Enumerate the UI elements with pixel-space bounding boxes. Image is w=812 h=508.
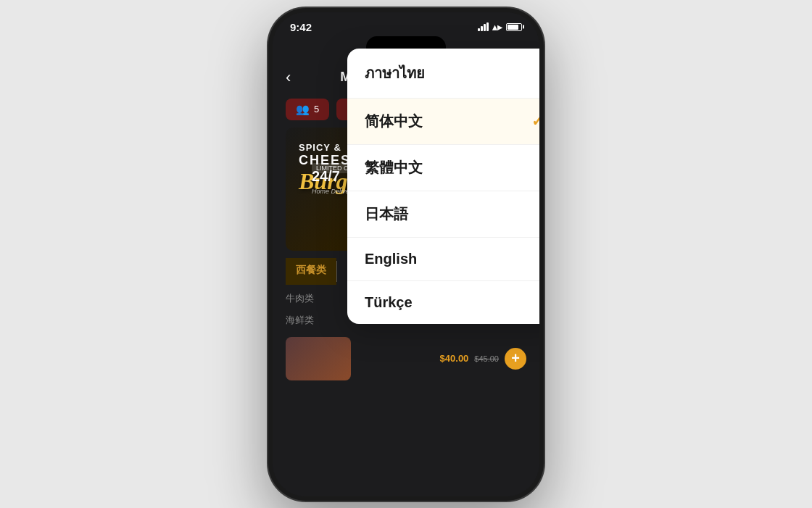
phone-inner: 9:42 ▴▸ ‹ My Shop xyxy=(273,12,539,496)
guests-count: 5 xyxy=(314,104,319,114)
lang-label-simplified-chinese: 简体中文 xyxy=(365,112,423,131)
back-button[interactable]: ‹ xyxy=(286,68,291,87)
guests-button[interactable]: 👥 5 xyxy=(286,99,329,120)
signal-icon xyxy=(478,22,489,31)
add-to-cart-button[interactable]: + xyxy=(505,348,526,370)
lang-item-turkish[interactable]: Türkçe xyxy=(347,281,539,324)
price-original: $45.00 xyxy=(474,354,499,363)
price-current: $40.00 xyxy=(440,353,469,364)
status-time: 9:42 xyxy=(290,21,312,33)
lang-item-thai[interactable]: ภาษาไทย xyxy=(347,49,539,99)
status-bar: 9:42 ▴▸ xyxy=(273,12,539,36)
screen-content: 9:42 ▴▸ ‹ My Shop xyxy=(273,12,539,496)
lang-item-traditional-chinese[interactable]: 繁體中文 xyxy=(347,145,539,191)
banner-time: 24/7 xyxy=(312,168,340,185)
lang-check-icon: ✓ xyxy=(531,112,539,130)
price-block: $40.00 $45.00 + xyxy=(440,348,526,370)
lang-label-thai: ภาษาไทย xyxy=(365,62,425,85)
food-image-1 xyxy=(286,337,351,380)
lang-label-english: English xyxy=(365,251,417,267)
status-icons: ▴▸ xyxy=(478,22,522,33)
lang-label-traditional-chinese: 繁體中文 xyxy=(365,158,423,178)
phone-wrapper: 9:42 ▴▸ ‹ My Shop xyxy=(268,8,544,501)
phone-frame: 9:42 ▴▸ ‹ My Shop xyxy=(268,8,544,501)
lang-label-turkish: Türkçe xyxy=(365,294,413,311)
lang-item-japanese[interactable]: 日本語 xyxy=(347,191,539,238)
food-row: $40.00 $45.00 + xyxy=(273,337,539,380)
battery-icon xyxy=(506,23,522,31)
guests-icon: 👥 xyxy=(296,103,310,116)
language-dropdown: ภาษาไทย 简体中文 ✓ 繁體中文 日本語 xyxy=(347,49,539,324)
wifi-icon: ▴▸ xyxy=(492,22,502,33)
lang-label-japanese: 日本語 xyxy=(365,204,408,224)
lang-item-simplified-chinese[interactable]: 简体中文 ✓ xyxy=(347,99,539,145)
category-tab-selected[interactable]: 西餐类 xyxy=(286,258,336,285)
lang-item-english[interactable]: English xyxy=(347,238,539,281)
